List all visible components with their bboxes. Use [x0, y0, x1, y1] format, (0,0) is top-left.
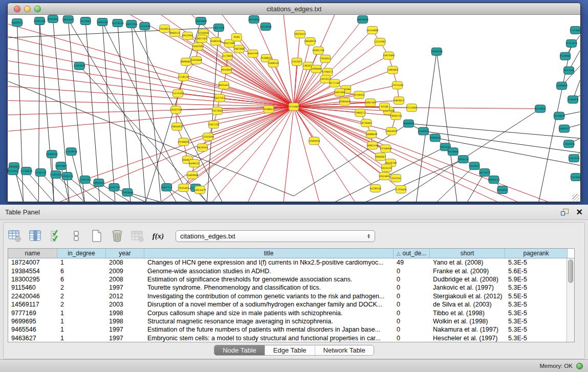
graph-node[interactable]: 20391436	[34, 17, 46, 25]
graph-node[interactable]: 12353594	[202, 133, 214, 141]
table-selector-dropdown[interactable]: citations_edges.txt ▲▼	[176, 230, 375, 242]
resize-grip[interactable]	[572, 194, 579, 201]
graph-node[interactable]: 11451914	[50, 171, 62, 179]
graph-node[interactable]: 16071355	[125, 20, 137, 28]
graph-node[interactable]: 2935114	[458, 156, 468, 163]
graph-node[interactable]: 9317004	[212, 107, 222, 115]
graph-node[interactable]: 16914479	[194, 186, 206, 194]
graph-node[interactable]: 15584554	[308, 137, 320, 145]
graph-node[interactable]: 9684067	[375, 153, 385, 161]
column-header-name[interactable]: name	[8, 249, 57, 258]
graph-node[interactable]: 10688639	[365, 130, 377, 138]
cell-in_degree[interactable]: 2	[57, 283, 106, 292]
graph-node[interactable]: 3913954	[8, 167, 18, 175]
graph-node[interactable]: 3124554	[354, 91, 364, 99]
cell-out_de[interactable]: 0	[394, 267, 430, 275]
table-row[interactable]: 946362711997Embryonic stem cells: a mode…	[8, 334, 574, 342]
graph-node[interactable]: 10807487	[364, 99, 376, 106]
graph-node[interactable]: 19495754	[390, 112, 402, 120]
cell-short[interactable]: Franke et al. (2009)	[430, 267, 505, 275]
graph-node[interactable]: 5498222	[189, 160, 199, 167]
column-header-pagerank[interactable]: pagerank	[505, 249, 568, 258]
cell-pagerank[interactable]: 5.6E-5	[505, 267, 568, 275]
select-columns-icon[interactable]	[49, 229, 63, 243]
graph-node[interactable]: 19854925	[171, 123, 183, 130]
cell-out_de[interactable]: 0	[394, 283, 430, 292]
citation-edge-black[interactable]	[145, 26, 161, 202]
cell-year[interactable]: 2009	[106, 267, 144, 275]
minimize-window-button[interactable]	[24, 6, 31, 12]
graph-node[interactable]: 10719134	[112, 19, 123, 27]
graph-node[interactable]: 7485063	[387, 66, 398, 74]
cell-pagerank[interactable]: 5.3E-5	[505, 309, 568, 317]
graph-node[interactable]: 9245652	[497, 186, 508, 194]
cell-name[interactable]: 9699695	[8, 317, 57, 325]
cell-in_degree[interactable]: 1	[57, 258, 106, 267]
citation-edge-red[interactable]	[184, 107, 294, 142]
column-header-short[interactable]: short	[430, 249, 505, 258]
graph-node[interactable]: 16543562	[192, 42, 204, 50]
graph-node[interactable]: 12093852	[556, 82, 568, 90]
cell-title[interactable]: Estimation of significance thresholds fo…	[144, 275, 394, 283]
graph-node[interactable]: 3267130	[208, 121, 219, 128]
graph-node[interactable]: 5794073	[322, 68, 333, 76]
table-vertical-scrollbar[interactable]	[567, 258, 574, 342]
graph-node[interactable]: 12923448	[121, 189, 133, 196]
cell-year[interactable]: 1998	[106, 317, 144, 325]
cell-in_degree[interactable]: 1	[57, 317, 106, 325]
cell-pagerank[interactable]: 5.3E-5	[505, 300, 568, 309]
graph-node[interactable]: 8813054	[249, 15, 259, 23]
graph-node[interactable]: 7625402	[178, 184, 188, 192]
cell-out_de[interactable]: 0	[394, 292, 430, 300]
graph-node[interactable]: 7652621	[469, 162, 480, 170]
graph-node[interactable]: 21053346	[73, 62, 85, 70]
graph-node[interactable]: 8960125	[169, 29, 180, 36]
graph-node[interactable]: 15892971	[558, 125, 570, 133]
cell-in_degree[interactable]: 2	[57, 292, 106, 300]
citation-edge-red[interactable]	[8, 107, 294, 115]
cell-short[interactable]: de Silva et al. (2003)	[430, 300, 505, 309]
graph-node[interactable]: 12213363	[172, 90, 184, 97]
network-view-window[interactable]: citations_edges.txt 14035571203914369331…	[7, 3, 581, 202]
cell-name[interactable]: 18300295	[8, 275, 57, 283]
graph-node[interactable]: 10973493	[383, 52, 395, 59]
graph-node[interactable]: 3827563	[197, 35, 207, 42]
cell-title[interactable]: Estimation of the future numbers of pati…	[144, 325, 394, 334]
graph-node[interactable]: 1244413	[568, 96, 578, 103]
graph-node[interactable]: 9277169	[330, 79, 340, 87]
graph-node[interactable]: 12219367	[374, 38, 386, 46]
graph-node[interactable]: 3175685	[222, 52, 232, 60]
graph-node[interactable]: 16807249	[366, 142, 378, 149]
table-row[interactable]: 1456911722003Disruption of a novel membe…	[8, 300, 574, 309]
graph-node[interactable]: 16782759	[108, 184, 120, 191]
cell-year[interactable]: 2012	[106, 292, 144, 300]
graph-node[interactable]: 8031441	[219, 81, 229, 89]
cell-name[interactable]: 9115460	[8, 283, 57, 292]
citation-edge-red[interactable]	[236, 37, 294, 107]
graph-node[interactable]: 2718126	[178, 73, 188, 81]
table-row[interactable]: 2242004622012Investigating the contribut…	[8, 292, 574, 300]
tab-network-table[interactable]: Network Table	[315, 345, 374, 355]
zoom-window-button[interactable]	[34, 6, 41, 12]
table-row[interactable]: 911546021997Tourette syndrome. Phenomeno…	[8, 283, 574, 292]
citation-edge-black[interactable]	[85, 21, 100, 202]
cell-out_de[interactable]: 0	[394, 334, 430, 342]
cell-short[interactable]: Stergiakouli et al. (2012)	[430, 292, 505, 300]
cell-year[interactable]: 1997	[106, 325, 144, 334]
graph-node[interactable]: 12210643	[570, 173, 580, 181]
graph-node[interactable]: 15751074	[565, 39, 577, 47]
graph-node[interactable]: 1615132	[381, 164, 391, 172]
cell-short[interactable]: Dudbridge et al. (2008)	[430, 275, 505, 283]
graph-node[interactable]: 18325413	[294, 30, 306, 38]
cell-year[interactable]: 1997	[106, 283, 144, 292]
table-row[interactable]: 946554611997Estimation of the future num…	[8, 325, 574, 334]
tab-node-table[interactable]: Node Table	[214, 345, 265, 355]
cell-title[interactable]: Investigating the contribution of common…	[144, 292, 394, 300]
window-titlebar[interactable]: citations_edges.txt	[8, 3, 580, 15]
column-header-year[interactable]: year	[106, 249, 144, 258]
graph-node[interactable]: 10654112	[488, 176, 499, 184]
close-panel-icon[interactable]: ✕	[576, 209, 583, 216]
tab-edge-table[interactable]: Edge Table	[265, 345, 315, 355]
citation-edge-red[interactable]	[8, 36, 294, 107]
graph-node[interactable]: 8878334	[197, 144, 207, 151]
